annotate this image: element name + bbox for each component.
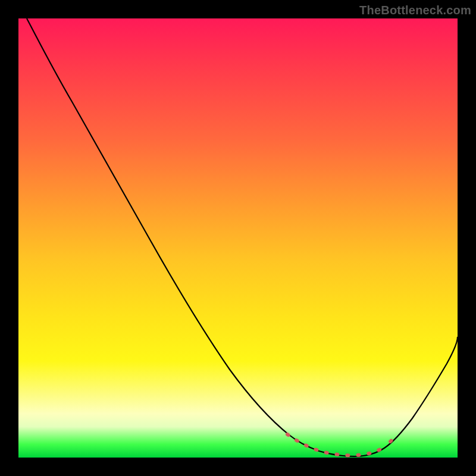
chart-container: TheBottleneck.com <box>0 0 476 476</box>
curve-layer <box>18 18 458 458</box>
watermark-text: TheBottleneck.com <box>359 4 471 17</box>
plot-area <box>18 18 458 458</box>
bottleneck-curve <box>27 18 458 456</box>
